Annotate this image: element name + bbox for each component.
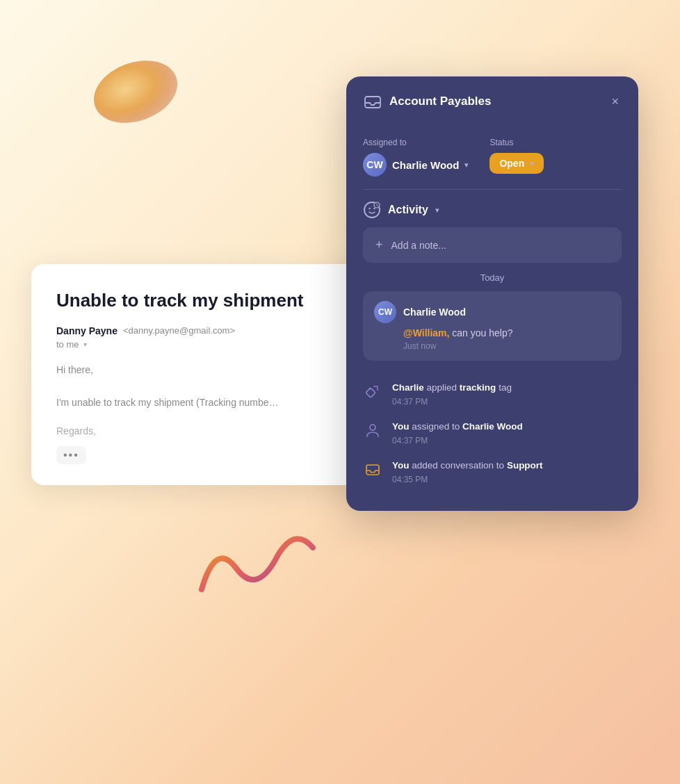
email-regards: Regards, [56, 425, 340, 436]
add-note-plus-icon: + [375, 238, 383, 252]
assignee-button[interactable]: CW Charlie Wood ▾ [363, 153, 469, 177]
assignee-col: Assigned to CW Charlie Wood ▾ [363, 138, 469, 177]
inbox-log-icon [363, 459, 382, 479]
log-item-support: You added conversation to Support 04:35 … [363, 452, 622, 491]
chat-sender-name: Charlie Wood [403, 307, 466, 318]
chat-bubble: CW Charlie Wood @William, can you help? … [363, 291, 622, 361]
activity-section: Activity ▾ + Add a note... Today CW Char… [346, 190, 638, 491]
panel-title: Account Payables [389, 95, 491, 108]
log-text-support: You added conversation to Support [392, 459, 622, 473]
log-actor-1: Charlie [392, 382, 424, 393]
log-action-1: applied [427, 382, 460, 393]
log-time-1: 04:37 PM [392, 397, 622, 407]
close-button[interactable]: × [608, 93, 622, 111]
sender-row: Danny Payne <danny.payne@gmail.com> [56, 325, 340, 336]
tag-icon [363, 382, 382, 401]
inbox-icon [363, 92, 382, 111]
status-chevron-icon: ▾ [530, 159, 534, 168]
chat-message-rest: can you help? [452, 327, 512, 338]
add-note-button[interactable]: + Add a note... [363, 227, 622, 263]
status-button[interactable]: Open ▾ [489, 153, 544, 174]
log-action-2: assigned to [412, 421, 462, 432]
log-time-3: 04:35 PM [392, 475, 622, 484]
log-time-2: 04:37 PM [392, 436, 622, 446]
email-body: Hi there, I'm unable to track my shipmen… [56, 362, 340, 411]
svg-point-3 [369, 208, 370, 209]
sender-name: Danny Payne [56, 325, 118, 336]
activity-chevron-icon: ▾ [435, 206, 439, 215]
activity-title: Activity [388, 204, 428, 216]
log-highlight-3: Support [507, 460, 543, 471]
chat-header: CW Charlie Wood [374, 301, 610, 323]
chat-avatar: CW [374, 301, 396, 323]
blob-decoration [90, 56, 181, 125]
squiggle-decoration [188, 527, 327, 610]
status-label: Status [489, 138, 544, 147]
svg-point-7 [369, 388, 371, 390]
svg-point-4 [373, 208, 375, 209]
meta-row: Assigned to CW Charlie Wood ▾ Status Ope… [346, 124, 638, 189]
log-highlight-1: tracking [460, 382, 496, 393]
log-action-3: added conversation to [412, 460, 507, 471]
chat-message: @William, can you help? [374, 327, 610, 338]
email-subject: Unable to track my shipment [56, 289, 340, 313]
chat-time: Just now [374, 341, 610, 351]
svg-point-8 [370, 425, 375, 430]
assignee-chevron-icon: ▾ [464, 161, 469, 170]
log-actor-2: You [392, 421, 410, 432]
panel-header: Account Payables × [346, 76, 638, 124]
avatar: CW [363, 153, 387, 177]
to-label: to me [56, 339, 79, 350]
log-content-assigned: You assigned to Charlie Wood 04:37 PM [392, 420, 622, 446]
panel-header-left: Account Payables [363, 92, 491, 111]
email-content: I'm unable to track my shipment (Trackin… [56, 395, 340, 411]
today-label: Today [363, 272, 622, 283]
activity-header: Activity ▾ [363, 190, 622, 227]
svg-rect-1 [365, 97, 380, 108]
log-item-tracking: Charlie applied tracking tag 04:37 PM [363, 375, 622, 414]
assignee-name: Charlie Wood [392, 159, 459, 171]
log-content-tracking: Charlie applied tracking tag 04:37 PM [392, 382, 622, 407]
status-value: Open [499, 158, 524, 169]
chat-mention: @William, [403, 327, 449, 338]
log-content-support: You added conversation to Support 04:35 … [392, 459, 622, 484]
activity-panel: Account Payables × Assigned to CW Charli… [346, 76, 638, 511]
email-card: Unable to track my shipment Danny Payne … [31, 264, 365, 485]
assigned-to-label: Assigned to [363, 138, 469, 147]
to-chevron-icon: ▾ [83, 341, 87, 348]
log-text-tracking: Charlie applied tracking tag [392, 382, 622, 395]
log-suffix-1: tag [499, 382, 512, 393]
to-row: to me ▾ [56, 339, 340, 350]
sender-email: <danny.payne@gmail.com> [123, 325, 235, 336]
svg-rect-9 [366, 465, 379, 475]
activity-section-icon [363, 201, 381, 219]
add-note-text: Add a note... [391, 240, 446, 251]
status-col: Status Open ▾ [489, 138, 544, 174]
person-icon [363, 420, 382, 440]
log-text-assigned: You assigned to Charlie Wood [392, 420, 622, 434]
log-actor-3: You [392, 460, 410, 471]
email-more-button[interactable]: ••• [56, 446, 86, 464]
email-greeting: Hi there, [56, 362, 340, 379]
log-item-assigned: You assigned to Charlie Wood 04:37 PM [363, 414, 622, 452]
svg-point-0 [90, 56, 181, 125]
log-highlight-2: Charlie Wood [462, 421, 523, 432]
